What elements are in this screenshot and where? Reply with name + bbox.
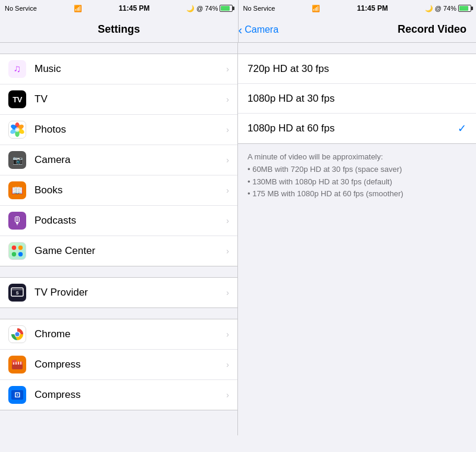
settings-item-podcasts[interactable]: 🎙 Podcasts ›: [0, 206, 237, 236]
chevron-right-compress1: ›: [226, 360, 229, 369]
gamecenter-label: Game Center: [35, 245, 95, 257]
checkmark-icon: ✓: [458, 122, 466, 135]
gamecenter-icon: [8, 242, 26, 260]
settings-title: Settings: [98, 23, 140, 36]
chevron-right-tvprovider: ›: [226, 288, 229, 297]
info-line-1: • 60MB with 720p HD at 30 fps (space sav…: [248, 165, 402, 174]
record-video-nav: ‹ Camera Record Video: [239, 17, 477, 42]
chevron-right-podcasts: ›: [226, 216, 229, 225]
video-option-720p30[interactable]: 720p HD at 30 fps: [238, 54, 476, 84]
chevron-right-music: ›: [226, 64, 229, 74]
svg-point-18: [15, 332, 20, 337]
moon-icon-right: 🌙: [425, 5, 433, 12]
section-gap-2: [0, 266, 237, 277]
svg-point-9: [12, 246, 16, 250]
battery-pct-left: 74%: [205, 5, 218, 12]
nav-headers: Settings ‹ Camera Record Video: [0, 17, 476, 43]
podcasts-icon: 🎙: [8, 212, 26, 230]
settings-item-photos[interactable]: Photos ›: [0, 115, 237, 145]
wifi-icon-right: 📶: [312, 5, 320, 12]
chevron-left-icon: ‹: [239, 24, 243, 36]
right-icons-right: 🌙 @ 74%: [425, 5, 471, 12]
battery-icon-right: [458, 5, 471, 12]
photos-icon: [8, 121, 26, 139]
camera-label: Camera: [35, 154, 70, 166]
settings-item-music[interactable]: ♫ Music ›: [0, 54, 237, 84]
back-label: Camera: [245, 24, 278, 35]
chevron-right-photos: ›: [226, 125, 229, 134]
photos-label: Photos: [35, 124, 66, 136]
info-line-2: • 130MB with 1080p HD at 30 fps (default…: [248, 177, 392, 186]
chevron-right-chrome: ›: [226, 329, 229, 339]
settings-item-gamecenter[interactable]: Game Center ›: [0, 236, 237, 266]
no-service-left: No Service: [5, 5, 37, 12]
tvprovider-icon: S: [8, 284, 26, 302]
record-video-title: Record Video: [397, 23, 466, 36]
record-video-panel: 720p HD at 30 fps 1080p HD at 30 fps 108…: [238, 43, 476, 435]
settings-item-books[interactable]: 📖 Books ›: [0, 175, 237, 206]
books-label: Books: [35, 184, 62, 196]
settings-item-camera[interactable]: 📷 Camera ›: [0, 145, 237, 175]
tv-label: TV: [35, 93, 48, 105]
video-info-box: A minute of video will be approximately:…: [238, 144, 476, 208]
compress1-label: Compress: [35, 359, 80, 371]
section-gap-3: [0, 308, 237, 319]
podcasts-label: Podcasts: [35, 215, 76, 227]
books-icon: 📖: [8, 181, 26, 199]
settings-item-tv[interactable]: TV TV ›: [0, 84, 237, 115]
chrome-label: Chrome: [35, 328, 70, 340]
camera-icon: 📷: [8, 151, 26, 169]
music-label: Music: [35, 63, 61, 75]
right-icons-left: 🌙 @ 74%: [186, 5, 233, 12]
chevron-right-books: ›: [226, 186, 229, 195]
moon-icon-left: 🌙: [186, 5, 195, 12]
time-left: 11:45 PM: [118, 4, 149, 12]
settings-group-3: Chrome › Compress: [0, 319, 237, 410]
settings-item-chrome[interactable]: Chrome ›: [0, 319, 237, 350]
tv-icon: TV: [8, 90, 26, 108]
compress1-icon: [8, 356, 26, 373]
video-options-group: 720p HD at 30 fps 1080p HD at 30 fps 108…: [238, 54, 476, 144]
settings-group-2: S TV Provider ›: [0, 277, 237, 308]
svg-point-12: [18, 252, 23, 256]
chrome-icon: [8, 325, 26, 343]
chevron-right-tv: ›: [226, 95, 229, 104]
status-bar-right: No Service 📶 11:45 PM 🌙 @ 74%: [239, 0, 477, 17]
battery-pct-right: 74%: [443, 5, 456, 12]
video-option-1080p30-label: 1080p HD at 30 fps: [248, 93, 334, 105]
chevron-right-camera: ›: [226, 155, 229, 165]
at-icon-right: @: [435, 5, 441, 12]
settings-group-1: ♫ Music › TV TV ›: [0, 54, 237, 266]
chevron-right-gamecenter: ›: [226, 246, 229, 256]
time-right: 11:45 PM: [357, 4, 388, 12]
svg-point-10: [18, 246, 23, 250]
section-gap-1: [0, 43, 237, 54]
music-icon: ♫: [8, 60, 26, 78]
svg-text:⊡: ⊡: [14, 391, 20, 399]
svg-point-8: [15, 127, 19, 131]
video-option-1080p30[interactable]: 1080p HD at 30 fps: [238, 84, 476, 114]
no-service-right: No Service: [243, 5, 275, 12]
settings-item-compress1[interactable]: Compress ›: [0, 350, 237, 380]
video-option-1080p60[interactable]: 1080p HD at 60 fps ✓: [238, 114, 476, 143]
settings-item-compress2[interactable]: ⊡ Compress ›: [0, 380, 237, 410]
main-layout: ♫ Music › TV TV ›: [0, 43, 476, 435]
settings-panel: ♫ Music › TV TV ›: [0, 43, 238, 435]
compress2-icon: ⊡: [8, 386, 26, 404]
back-button[interactable]: ‹ Camera: [239, 24, 279, 36]
battery-icon-left: [220, 5, 233, 12]
svg-text:S: S: [16, 291, 19, 295]
settings-item-tvprovider[interactable]: S TV Provider ›: [0, 278, 237, 307]
settings-nav: Settings: [0, 17, 238, 42]
video-option-1080p60-label: 1080p HD at 60 fps: [248, 123, 334, 134]
svg-point-11: [12, 252, 16, 256]
dual-status-bar: No Service 📶 11:45 PM 🌙 @ 74% No Service…: [0, 0, 476, 17]
wifi-icon-left: 📶: [74, 5, 82, 12]
svg-rect-14: [11, 289, 23, 290]
at-icon-left: @: [196, 5, 203, 12]
status-bar-left: No Service 📶 11:45 PM 🌙 @ 74%: [0, 0, 238, 17]
chevron-right-compress2: ›: [226, 390, 229, 400]
compress2-label: Compress: [35, 389, 80, 401]
info-header: A minute of video will be approximately:: [248, 152, 383, 161]
info-line-3: • 175 MB with 1080p HD at 60 fps (smooth…: [248, 189, 403, 198]
